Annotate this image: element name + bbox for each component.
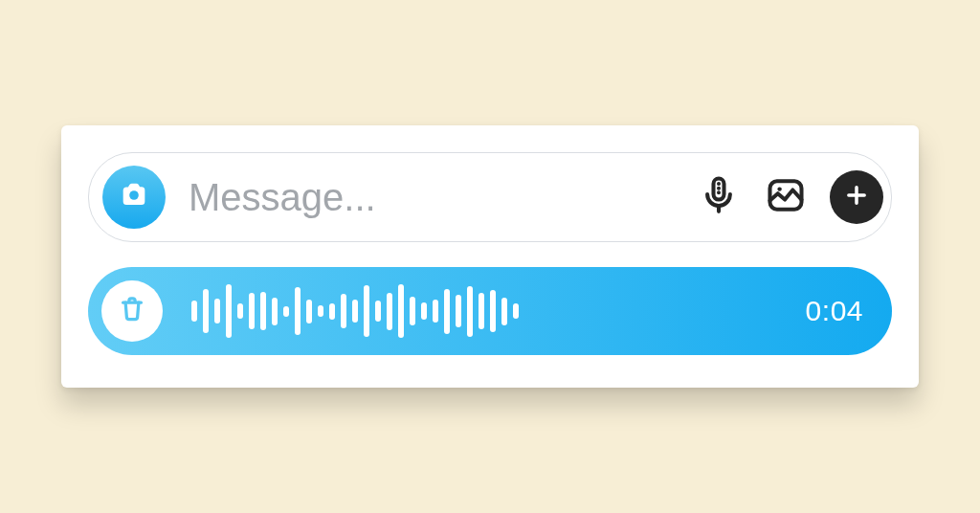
microphone-icon — [698, 174, 740, 220]
waveform-bar — [479, 293, 484, 329]
waveform-bar — [513, 303, 519, 319]
image-icon — [765, 174, 807, 220]
waveform-bar — [249, 293, 255, 329]
camera-button[interactable] — [102, 166, 166, 229]
waveform-bar — [467, 286, 473, 337]
waveform-bar — [260, 292, 266, 330]
waveform-bar — [501, 298, 507, 325]
message-composer — [88, 152, 892, 242]
waveform-bar — [456, 295, 461, 327]
trash-icon — [118, 293, 146, 329]
waveform-bar — [398, 284, 404, 338]
waveform-bar — [433, 300, 438, 323]
waveform-bar — [341, 294, 346, 328]
audio-waveform[interactable] — [182, 284, 787, 338]
add-button[interactable] — [830, 170, 883, 224]
waveform-bar — [203, 289, 209, 333]
svg-point-3 — [777, 187, 781, 190]
waveform-bar — [375, 301, 381, 322]
waveform-bar — [237, 303, 243, 319]
waveform-bar — [283, 306, 289, 317]
waveform-bar — [318, 305, 323, 317]
waveform-bar — [191, 301, 197, 322]
plus-icon — [843, 182, 870, 212]
waveform-bar — [490, 290, 496, 332]
message-input[interactable] — [187, 175, 675, 220]
waveform-bar — [214, 299, 220, 323]
messaging-panel: 0:04 — [61, 125, 919, 388]
waveform-bar — [387, 293, 392, 330]
waveform-bar — [364, 285, 369, 337]
gallery-button[interactable] — [763, 174, 809, 220]
waveform-bar — [421, 302, 427, 320]
waveform-bar — [226, 284, 232, 338]
voice-recording-bar: 0:04 — [88, 267, 892, 355]
svg-point-0 — [129, 190, 139, 200]
waveform-bar — [444, 289, 450, 334]
waveform-bar — [410, 297, 415, 325]
waveform-bar — [329, 303, 335, 320]
recording-duration: 0:04 — [806, 295, 863, 327]
waveform-bar — [272, 298, 278, 325]
waveform-bar — [352, 300, 358, 323]
camera-icon — [118, 179, 150, 215]
waveform-bar — [306, 300, 312, 323]
microphone-button[interactable] — [696, 174, 742, 220]
waveform-bar — [295, 287, 301, 335]
discard-recording-button[interactable] — [101, 280, 163, 342]
